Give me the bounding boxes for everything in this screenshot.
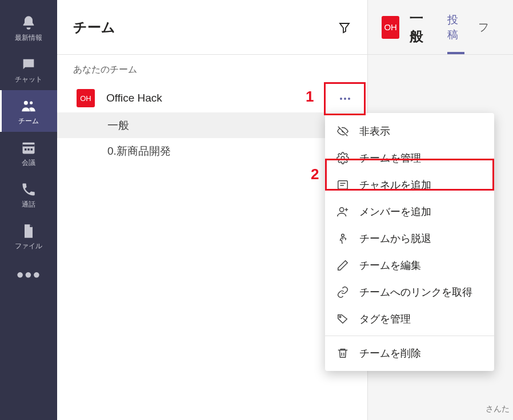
channel-row-general[interactable]: 一般 xyxy=(57,112,367,138)
rail-label: 最新情報 xyxy=(15,33,42,43)
menu-item-leave-team[interactable]: チームから脱退 xyxy=(325,225,494,252)
chat-icon xyxy=(21,56,37,72)
svg-point-19 xyxy=(339,316,341,317)
channel-title: 一般 xyxy=(410,9,431,46)
menu-item-edit-team[interactable]: チームを編集 xyxy=(325,252,494,278)
filter-icon[interactable] xyxy=(338,21,351,34)
team-avatar: OH xyxy=(77,89,95,107)
menu-label: 非表示 xyxy=(359,124,390,138)
tab-posts[interactable]: 投稿 xyxy=(444,0,468,54)
rail-item-calls[interactable]: 通話 xyxy=(0,173,57,215)
svg-point-8 xyxy=(340,98,342,100)
menu-label: チームを編集 xyxy=(359,259,421,272)
menu-item-manage-team[interactable]: チームを管理 xyxy=(325,144,494,171)
menu-label: チームへのリンクを取得 xyxy=(359,285,472,299)
rail-label: チャット xyxy=(15,75,42,84)
trash-icon xyxy=(336,347,349,360)
rail-item-chat[interactable]: チャット xyxy=(0,49,57,90)
content-header: OH 一般 投稿 フ xyxy=(368,0,513,55)
menu-item-add-member[interactable]: メンバーを追加 xyxy=(325,198,494,225)
rail-item-activity[interactable]: 最新情報 xyxy=(0,7,57,49)
rail-item-files[interactable]: ファイル xyxy=(0,215,57,257)
menu-item-manage-tags[interactable]: タグを管理 xyxy=(325,305,494,332)
section-label: あなたのチーム xyxy=(57,55,367,84)
team-row[interactable]: OH Office Hack xyxy=(57,84,367,112)
svg-rect-6 xyxy=(27,148,30,151)
file-icon xyxy=(21,223,37,239)
rail-item-teams[interactable]: チーム xyxy=(0,90,57,132)
channel-label: 0.新商品開発 xyxy=(107,144,171,159)
menu-label: チームを削除 xyxy=(359,346,421,360)
menu-item-get-link[interactable]: チームへのリンクを取得 xyxy=(325,278,494,305)
list-title: チーム xyxy=(73,18,115,37)
menu-label: チャネルを追加 xyxy=(359,178,431,192)
menu-item-add-channel[interactable]: チャネルを追加 xyxy=(325,171,494,198)
rail-label: 会議 xyxy=(22,158,35,168)
tab-files[interactable]: フ xyxy=(475,0,492,54)
team-context-menu: 非表示 チームを管理 チャネルを追加 メンバーを追加 チームから脱退 チームを編… xyxy=(325,113,494,371)
content-peek-text: さんた xyxy=(486,404,510,414)
svg-point-0 xyxy=(24,101,28,105)
menu-label: チームから脱退 xyxy=(359,232,431,245)
phone-icon xyxy=(21,181,37,197)
leave-icon xyxy=(336,232,349,245)
edit-icon xyxy=(336,259,349,272)
team-name: Office Hack xyxy=(106,92,359,104)
teams-list-panel: チーム あなたのチーム OH Office Hack 一般 0.新商品開発 xyxy=(57,0,368,420)
channel-avatar: OH xyxy=(382,16,399,39)
channel-row-product[interactable]: 0.新商品開発 xyxy=(57,138,367,164)
svg-rect-5 xyxy=(25,148,27,151)
tag-icon xyxy=(336,313,349,325)
menu-item-hide[interactable]: 非表示 xyxy=(325,118,494,144)
person-add-icon xyxy=(336,205,349,218)
hide-icon xyxy=(336,125,349,138)
bell-icon xyxy=(21,15,37,31)
menu-label: チームを管理 xyxy=(359,151,421,165)
rail-label: 通話 xyxy=(22,200,35,209)
more-options-button[interactable] xyxy=(324,82,366,115)
list-header: チーム xyxy=(57,0,367,55)
teams-icon xyxy=(21,98,37,114)
app-rail: 最新情報 チャット チーム 会議 通話 ファイル ●●● xyxy=(0,0,57,420)
rail-item-calendar[interactable]: 会議 xyxy=(0,132,57,173)
rail-label: チーム xyxy=(18,116,39,126)
svg-point-11 xyxy=(341,156,344,160)
menu-item-delete-team[interactable]: チームを削除 xyxy=(325,340,494,366)
channel-label: 一般 xyxy=(107,118,129,133)
menu-divider xyxy=(325,336,494,336)
svg-point-18 xyxy=(342,234,344,237)
channel-add-icon xyxy=(336,179,349,191)
rail-more-icon[interactable]: ●●● xyxy=(17,257,41,292)
gear-icon xyxy=(336,152,349,164)
svg-point-9 xyxy=(344,98,346,100)
svg-point-1 xyxy=(30,102,33,104)
menu-label: タグを管理 xyxy=(359,312,411,326)
calendar-icon xyxy=(21,140,37,156)
link-icon xyxy=(336,286,349,298)
svg-rect-7 xyxy=(31,148,33,151)
svg-point-10 xyxy=(348,98,350,100)
menu-label: メンバーを追加 xyxy=(359,205,431,219)
svg-rect-4 xyxy=(23,143,35,145)
svg-rect-12 xyxy=(338,180,348,189)
svg-point-15 xyxy=(340,207,344,211)
rail-label: ファイル xyxy=(15,241,42,251)
